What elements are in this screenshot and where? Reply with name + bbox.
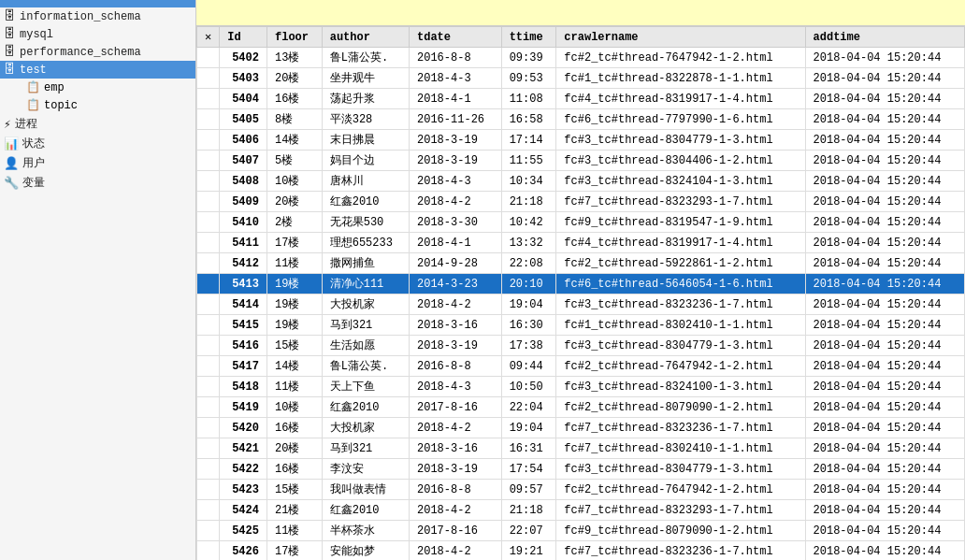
cell-id: 5419	[220, 397, 267, 418]
cell-tdate: 2018-3-19	[410, 151, 502, 171]
cell-addtime: 2018-04-04 15:20:44	[805, 397, 964, 418]
cell-tdate: 2016-8-8	[410, 356, 502, 377]
table-row[interactable]: 541811楼天上下鱼2018-4-310:50fc#3_tc#thread-8…	[197, 377, 965, 397]
cell-tdate: 2014-9-28	[410, 253, 502, 274]
cell-ttime: 21:18	[501, 500, 556, 521]
cell-crawlername: fc#6_tc#thread-5646054-1-6.html	[556, 274, 805, 294]
cell-addtime: 2018-04-04 15:20:44	[805, 438, 964, 459]
table-container[interactable]: ✕Idfloorauthortdatettimecrawlernameaddti…	[196, 26, 965, 560]
table-row[interactable]: 54075楼妈目个边2018-3-1911:55fc#3_tc#thread-8…	[197, 151, 965, 171]
cell-author: 平淡328	[322, 109, 409, 130]
table-row[interactable]: 541117楼理想6552332018-4-113:32fc#4_tc#thre…	[197, 233, 965, 253]
table-row[interactable]: 542016楼大投机家2018-4-219:04fc#7_tc#thread-8…	[197, 418, 965, 438]
table-row[interactable]: 54058楼平淡3282016-11-2616:58fc#6_tc#thread…	[197, 109, 965, 130]
cell-floor: 10楼	[266, 171, 322, 192]
cell-floor: 13楼	[266, 48, 322, 68]
row-close	[197, 109, 220, 130]
cell-tdate: 2017-8-16	[410, 521, 502, 541]
cell-crawlername: fc#3_tc#thread-8304779-1-3.html	[556, 130, 805, 151]
table-row[interactable]: 542617楼安能如梦2018-4-219:21fc#7_tc#thread-8…	[197, 541, 965, 561]
cell-floor: 20楼	[266, 192, 322, 212]
table-label: topic	[44, 99, 78, 112]
table-row[interactable]: 542511楼半杯茶水2017-8-1622:07fc#9_tc#thread-…	[197, 521, 965, 541]
sidebar-db-information_schema[interactable]: 🗄information_schema	[0, 7, 195, 25]
cell-author: 唐林川	[322, 171, 409, 192]
table-row[interactable]: 542315楼我叫做表情2016-8-809:57fc#2_tc#thread-…	[197, 480, 965, 500]
table-row[interactable]: 54102楼无花果5302018-3-3010:42fc#9_tc#thread…	[197, 212, 965, 233]
sql-bar	[196, 0, 965, 26]
cell-author: 撒网捕鱼	[322, 253, 409, 274]
server-header	[0, 0, 195, 7]
col-header-close[interactable]: ✕	[197, 27, 220, 48]
row-close	[197, 418, 220, 438]
table-row[interactable]: 541910楼红鑫20102017-8-1622:04fc#2_tc#threa…	[197, 397, 965, 418]
cell-ttime: 17:14	[501, 130, 556, 151]
table-row[interactable]: 542421楼红鑫20102018-4-221:18fc#7_tc#thread…	[197, 500, 965, 521]
cell-ttime: 17:54	[501, 459, 556, 480]
table-row[interactable]: 541519楼马到3212018-3-1616:30fc#1_tc#thread…	[197, 315, 965, 336]
cell-floor: 11楼	[266, 377, 322, 397]
db-label: test	[20, 64, 47, 77]
cell-floor: 15楼	[266, 480, 322, 500]
cell-author: 天上下鱼	[322, 377, 409, 397]
cell-floor: 8楼	[266, 109, 322, 130]
cell-addtime: 2018-04-04 15:20:44	[805, 274, 964, 294]
cell-crawlername: fc#7_tc#thread-8323293-1-7.html	[556, 192, 805, 212]
table-row[interactable]: 540614楼末日拂晨2018-3-1917:14fc#3_tc#thread-…	[197, 130, 965, 151]
sidebar-extra-用户[interactable]: 👤用户	[0, 153, 195, 173]
cell-crawlername: fc#7_tc#thread-8323236-1-7.html	[556, 418, 805, 438]
table-row[interactable]: 542216楼李汶安2018-3-1917:54fc#3_tc#thread-8…	[197, 459, 965, 480]
table-row[interactable]: 540320楼坐井观牛2018-4-309:53fc#1_tc#thread-8…	[197, 68, 965, 89]
cell-tdate: 2018-4-2	[410, 541, 502, 561]
cell-crawlername: fc#3_tc#thread-8304779-1-3.html	[556, 336, 805, 356]
table-row[interactable]: 541615楼生活如愿2018-3-1917:38fc#3_tc#thread-…	[197, 336, 965, 356]
table-row[interactable]: 540920楼红鑫20102018-4-221:18fc#7_tc#thread…	[197, 192, 965, 212]
table-row[interactable]: 541319楼清净心1112014-3-2320:10fc#6_tc#threa…	[197, 274, 965, 294]
cell-id: 5412	[220, 253, 267, 274]
table-row[interactable]: 540416楼荡起升浆2018-4-111:08fc#4_tc#thread-8…	[197, 89, 965, 109]
table-row[interactable]: 540213楼鲁L蒲公英.2016-8-809:39fc#2_tc#thread…	[197, 48, 965, 68]
table-row[interactable]: 542120楼马到3212018-3-1616:31fc#7_tc#thread…	[197, 438, 965, 459]
cell-tdate: 2018-4-1	[410, 89, 502, 109]
table-row[interactable]: 541211楼撒网捕鱼2014-9-2822:08fc#2_tc#thread-…	[197, 253, 965, 274]
cell-ttime: 09:57	[501, 480, 556, 500]
table-row[interactable]: 540810楼唐林川2018-4-310:34fc#3_tc#thread-83…	[197, 171, 965, 192]
cell-floor: 2楼	[266, 212, 322, 233]
cell-floor: 16楼	[266, 418, 322, 438]
sidebar-db-mysql[interactable]: 🗄mysql	[0, 25, 195, 43]
cell-ttime: 09:53	[501, 68, 556, 89]
cell-addtime: 2018-04-04 15:20:44	[805, 500, 964, 521]
cell-addtime: 2018-04-04 15:20:44	[805, 459, 964, 480]
sidebar-table-topic[interactable]: 📋topic	[22, 96, 195, 114]
sidebar-table-emp[interactable]: 📋emp	[22, 79, 195, 96]
row-close	[197, 480, 220, 500]
cell-crawlername: fc#2_tc#thread-8079090-1-2.html	[556, 397, 805, 418]
cell-tdate: 2016-8-8	[410, 480, 502, 500]
cell-id: 5416	[220, 336, 267, 356]
table-row[interactable]: 541419楼大投机家2018-4-219:04fc#3_tc#thread-8…	[197, 294, 965, 315]
cell-crawlername: fc#9_tc#thread-8079090-1-2.html	[556, 521, 805, 541]
sidebar-db-test[interactable]: 🗄test	[0, 61, 195, 79]
sidebar-extra-变量[interactable]: 🔧变量	[0, 173, 195, 193]
cell-addtime: 2018-04-04 15:20:44	[805, 253, 964, 274]
row-close	[197, 521, 220, 541]
main-area: ✕Idfloorauthortdatettimecrawlernameaddti…	[196, 0, 965, 560]
cell-floor: 19楼	[266, 274, 322, 294]
table-row[interactable]: 541714楼鲁L蒲公英.2016-8-809:44fc#2_tc#thread…	[197, 356, 965, 377]
sidebar-db-performance_schema[interactable]: 🗄performance_schema	[0, 43, 195, 61]
sidebar-extra-状态[interactable]: 📊状态	[0, 134, 195, 153]
cell-floor: 19楼	[266, 294, 322, 315]
sidebar-extra-进程[interactable]: ⚡进程	[0, 114, 195, 134]
cell-author: 大投机家	[322, 418, 409, 438]
extra-icon: ⚡	[4, 117, 11, 132]
row-close	[197, 171, 220, 192]
cell-addtime: 2018-04-04 15:20:44	[805, 89, 964, 109]
db-icon: 🗄	[4, 27, 16, 41]
cell-author: 清净心111	[322, 274, 409, 294]
cell-floor: 11楼	[266, 521, 322, 541]
row-close	[197, 356, 220, 377]
row-close	[197, 253, 220, 274]
cell-id: 5405	[220, 109, 267, 130]
cell-id: 5420	[220, 418, 267, 438]
cell-tdate: 2018-3-30	[410, 212, 502, 233]
